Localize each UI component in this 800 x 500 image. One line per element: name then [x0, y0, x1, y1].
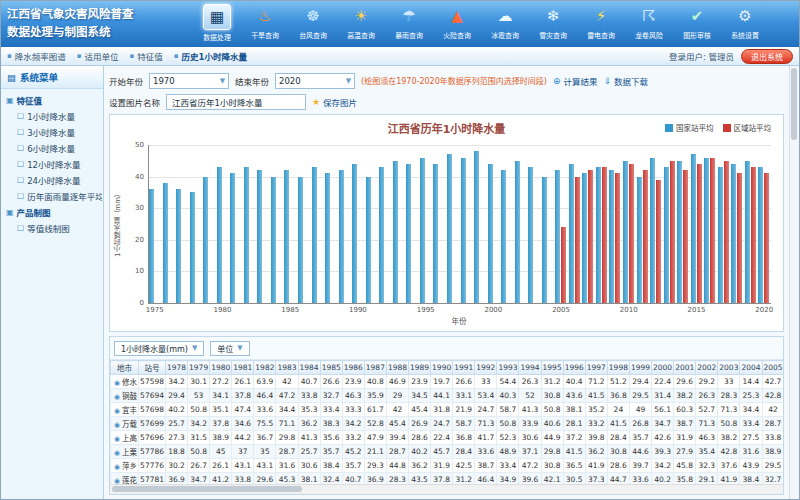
column-header-1991[interactable]: 1991 — [453, 361, 475, 375]
station-radio-icon[interactable]: ◉ — [114, 421, 120, 429]
horizontal-scrollbar[interactable] — [110, 484, 783, 494]
toolbar-item-9[interactable]: ⚡雷电查询 — [579, 4, 623, 40]
column-header-1986[interactable]: 1986 — [342, 361, 364, 375]
column-header-1984[interactable]: 1984 — [298, 361, 320, 375]
checkbox-icon[interactable]: ☐ — [17, 112, 24, 121]
column-header-2000[interactable]: 2000 — [652, 361, 674, 375]
value-cell: 35.7 — [320, 445, 342, 459]
table-scroll-area[interactable]: 地市站号197819791980198119821983198419851986… — [110, 360, 783, 484]
sidebar-item-历年面雨量逐年平均雨量[interactable]: ☐历年面雨量逐年平均雨量 — [2, 188, 102, 204]
checkbox-icon[interactable]: ☐ — [17, 224, 24, 233]
column-header-1978[interactable]: 1978 — [165, 361, 187, 375]
column-header-1979[interactable]: 1979 — [188, 361, 210, 375]
sidebar-item-24小时降水量[interactable]: ☐24小时降水量 — [2, 172, 102, 188]
column-header-1992[interactable]: 1992 — [475, 361, 497, 375]
table-row[interactable]: ◉铜鼓5769429.45334.137.846.447.233.832.746… — [111, 389, 784, 403]
sidebar-item-产品制图[interactable]: ▣产品制图 — [2, 204, 102, 220]
column-header-1980[interactable]: 1980 — [210, 361, 232, 375]
column-header-1998[interactable]: 1998 — [607, 361, 629, 375]
toolbar-item-1[interactable]: ▦数据处理 — [195, 4, 239, 42]
value-cell: 45.2 — [342, 445, 364, 459]
column-header-1990[interactable]: 1990 — [431, 361, 453, 375]
column-header-1994[interactable]: 1994 — [519, 361, 541, 375]
station-radio-icon[interactable]: ◉ — [114, 435, 120, 443]
station-radio-icon[interactable]: ◉ — [114, 477, 120, 484]
value-cell: 35.4 — [696, 445, 718, 459]
column-header-1985[interactable]: 1985 — [320, 361, 342, 375]
column-header-1995[interactable]: 1995 — [541, 361, 563, 375]
toolbar-item-8[interactable]: ❄雪灾查询 — [531, 4, 575, 40]
column-header-1982[interactable]: 1982 — [254, 361, 276, 375]
column-header-地市[interactable]: 地市 — [111, 361, 139, 375]
logout-button[interactable]: 退出系统 — [741, 49, 793, 64]
column-header-1988[interactable]: 1988 — [386, 361, 408, 375]
sidebar-item-6小时降水量[interactable]: ☐6小时降水量 — [2, 140, 102, 156]
toolbar-item-10[interactable]: ☈龙卷风险 — [627, 4, 671, 40]
station-radio-icon[interactable]: ◉ — [114, 393, 120, 401]
table-row[interactable]: ◉萍乡5777630.226.726.143.143.131.630.638.4… — [111, 459, 784, 473]
column-header-2003[interactable]: 2003 — [718, 361, 740, 375]
sidebar-item-3小时降水量[interactable]: ☐3小时降水量 — [2, 124, 102, 140]
column-header-1983[interactable]: 1983 — [276, 361, 298, 375]
toolbar-item-2[interactable]: ♨干旱查询 — [243, 4, 287, 40]
sidebar-item-12小时降水量[interactable]: ☐12小时降水量 — [2, 156, 102, 172]
vertical-scrollbar[interactable] — [789, 66, 799, 499]
sidebar-item-等值线制图[interactable]: ☐等值线制图 — [2, 220, 102, 236]
bullet-icon: ▪ — [7, 52, 12, 60]
toolbar-item-4[interactable]: ☀高温查询 — [339, 4, 383, 40]
download-button[interactable]: ⇓ 数据下载 — [603, 75, 648, 87]
toolbar-item-11[interactable]: ✔图形审核 — [675, 4, 719, 40]
table-row[interactable]: ◉上高5769627.331.538.944.236.729.841.335.6… — [111, 431, 784, 445]
checkbox-icon[interactable]: ☐ — [17, 144, 24, 153]
table-controls: 1小时降水量(mm)▼ 单位▼ — [110, 337, 783, 360]
breadcrumb-item[interactable]: ▪适用单位 — [77, 50, 119, 62]
image-name-input[interactable]: 江西省历年1小时降水量 — [166, 94, 306, 110]
horizontal-scrollbar-thumb[interactable] — [112, 486, 302, 492]
breadcrumb-item[interactable]: ▪特征值 — [130, 50, 163, 62]
data-table-panel: 1小时降水量(mm)▼ 单位▼ 地市站号19781979198019811982… — [109, 336, 784, 495]
station-radio-icon[interactable]: ◉ — [114, 407, 120, 415]
column-header-1987[interactable]: 1987 — [364, 361, 386, 375]
vertical-scrollbar-thumb[interactable] — [791, 68, 797, 140]
breadcrumb-item[interactable]: ▪降水频率图谱 — [7, 50, 66, 62]
column-header-2001[interactable]: 2001 — [674, 361, 696, 375]
bar-regional-2007 — [588, 170, 593, 303]
toolbar-item-6[interactable]: ▲火险查询 — [435, 4, 479, 40]
column-header-1981[interactable]: 1981 — [232, 361, 254, 375]
checkbox-icon[interactable]: ☐ — [17, 128, 24, 137]
station-radio-icon[interactable]: ◉ — [114, 379, 120, 387]
sidebar-item-1小时降水量[interactable]: ☐1小时降水量 — [2, 108, 102, 124]
toolbar-item-12[interactable]: ⚙系统设置 — [723, 4, 767, 40]
column-header-2002[interactable]: 2002 — [696, 361, 718, 375]
toolbar-item-5[interactable]: ☂暴雨查询 — [387, 4, 431, 40]
start-year-select[interactable]: 1970▼ — [149, 73, 229, 89]
station-radio-icon[interactable]: ◉ — [114, 449, 120, 457]
save-image-button[interactable]: ★ 保存图片 — [312, 96, 357, 108]
value-cell: 32.3 — [696, 459, 718, 473]
column-header-1996[interactable]: 1996 — [563, 361, 585, 375]
table-row[interactable]: ◉万载5769925.734.237.834.675.571.136.238.3… — [111, 417, 784, 431]
station-radio-icon[interactable]: ◉ — [114, 463, 120, 471]
table-row[interactable]: ◉上栗5778618.850.845373528.725.735.745.221… — [111, 445, 784, 459]
table-row[interactable]: ◉莲花5778136.934.741.233.829.645.338.132.4… — [111, 473, 784, 485]
table-row[interactable]: ◉修水5759834.230.127.226.163.94240.726.623… — [111, 375, 784, 389]
column-header-2005[interactable]: 2005 — [762, 361, 783, 375]
column-header-1997[interactable]: 1997 — [585, 361, 607, 375]
checkbox-icon[interactable]: ☐ — [17, 160, 24, 169]
end-year-select[interactable]: 2020▼ — [275, 73, 355, 89]
column-header-1999[interactable]: 1999 — [629, 361, 651, 375]
calculate-button[interactable]: ⊕ 计算结果 — [553, 75, 598, 87]
toolbar-item-7[interactable]: ☁冰雹查询 — [483, 4, 527, 40]
column-header-1993[interactable]: 1993 — [497, 361, 519, 375]
sidebar-item-特征值[interactable]: ▣特征值 — [2, 92, 102, 108]
checkbox-icon[interactable]: ☐ — [17, 192, 24, 201]
column-header-站号[interactable]: 站号 — [139, 361, 166, 375]
metric-select[interactable]: 1小时降水量(mm)▼ — [114, 341, 204, 356]
column-header-2004[interactable]: 2004 — [740, 361, 762, 375]
column-header-1989[interactable]: 1989 — [409, 361, 431, 375]
unit-select[interactable]: 单位▼ — [210, 341, 249, 356]
breadcrumb-item[interactable]: ▪历史1小时降水量 — [174, 50, 247, 62]
checkbox-icon[interactable]: ☐ — [17, 176, 24, 185]
toolbar-item-3[interactable]: ☸台风查询 — [291, 4, 335, 40]
table-row[interactable]: ◉宜丰5769840.250.835.147.433.634.435.333.4… — [111, 403, 784, 417]
